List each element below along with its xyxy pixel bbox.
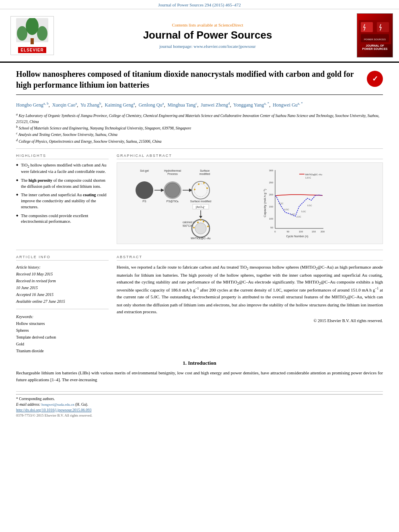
svg-point-27 <box>206 187 208 189</box>
author-hongbo: Hongbo Geng <box>16 102 43 108</box>
author-yu: Yu Zhang <box>80 102 99 108</box>
svg-text:150: 150 <box>269 205 274 208</box>
keywords-section: Keywords: Hollow structures Spheres Temp… <box>16 313 109 354</box>
svg-text:200: 200 <box>321 230 325 233</box>
svg-text:PS: PS <box>142 200 146 203</box>
elsevier-tree-svg <box>14 18 50 45</box>
highlight-1: TiO2 hollow spheres modified with carbon… <box>16 162 109 175</box>
author-hongwei: Hongwei Gu <box>273 102 298 108</box>
svg-text:Surface: Surface <box>200 169 210 172</box>
svg-text:Sol-gel: Sol-gel <box>140 169 149 173</box>
svg-text:MHTiO₂@C–Au: MHTiO₂@C–Au <box>305 173 322 176</box>
intro-text: Rechargeable lithium ion batteries (LIBs… <box>16 370 383 383</box>
svg-text:100: 100 <box>299 230 303 233</box>
svg-rect-10 <box>120 166 257 240</box>
introduction-section: 1. Introduction Rechargeable lithium ion… <box>16 360 383 383</box>
email-address[interactable]: hongwei@suda.edu.cn <box>41 403 74 407</box>
svg-text:300: 300 <box>269 169 274 172</box>
svg-text:0.5C: 0.5C <box>307 204 312 207</box>
received-date: Received 10 May 2015 <box>16 271 109 277</box>
paper-title: Hollow nanospheres composed of titanium … <box>16 69 367 90</box>
kw-spheres: Spheres <box>16 327 109 334</box>
doi-link[interactable]: http://dx.doi.org/10.1016/j.jpowsour.201… <box>16 408 383 412</box>
highlights-col: HIGHLIGHTS TiO2 hollow spheres modified … <box>16 154 109 244</box>
process-diagram: Sol-gel Hydrothermal Process PS PS@TiO₂ … <box>120 166 257 240</box>
svg-text:100: 100 <box>269 218 274 220</box>
graphical-abstract-container: Sol-gel Hydrothermal Process PS PS@TiO₂ … <box>117 162 383 244</box>
crossmark-badge[interactable]: ✓ <box>367 71 383 87</box>
rate-chart: Capacity (mA h g⁻¹) 300 250 200 150 100 … <box>261 166 325 240</box>
article-history: Article history: Received 10 May 2015 Re… <box>16 264 109 305</box>
journal-header: ELSEVIER Contents lists available at Sci… <box>0 9 399 63</box>
svg-point-1 <box>17 26 27 41</box>
abstract-paragraph: Herein, we reported a facile route to fa… <box>117 264 383 315</box>
copyright: © 2015 Elsevier B.V. All rights reserved… <box>117 318 383 324</box>
svg-rect-44 <box>261 166 325 240</box>
svg-point-3 <box>26 18 39 35</box>
svg-point-2 <box>37 26 47 41</box>
kw-gold: Gold <box>16 341 109 347</box>
svg-text:5.0C: 5.0C <box>301 210 306 213</box>
elsevier-box: ELSEVIER <box>10 16 54 55</box>
highlight-4: The composites could provide excellent e… <box>16 213 109 225</box>
highlights-label: HIGHLIGHTS <box>16 154 109 159</box>
paper-title-section: Hollow nanospheres composed of titanium … <box>16 69 383 95</box>
svg-text:Hydrothermal: Hydrothermal <box>164 169 181 173</box>
svg-text:200: 200 <box>269 193 274 196</box>
elsevier-wordmark: ELSEVIER <box>18 47 46 53</box>
svg-point-16 <box>136 181 153 199</box>
history-label: Article history: <box>16 264 109 271</box>
svg-point-25 <box>198 183 200 185</box>
author-yonggang: Yonggang Yang <box>233 102 264 108</box>
svg-text:modified: modified <box>200 173 210 175</box>
kw-hollow: Hollow structures <box>16 320 109 327</box>
svg-point-42 <box>200 219 202 221</box>
journal-homepage: journal homepage: www.elsevier.com/locat… <box>66 44 349 49</box>
elsevier-logo-section: ELSEVIER <box>6 16 58 55</box>
graphical-abstract-col: GRAPHICAL ABSTRACT Sol-gel Hydrothermal … <box>117 154 383 244</box>
author-genlong: Genlong Qu <box>138 102 162 108</box>
info-divider <box>16 309 109 309</box>
top-bar: Journal of Power Sources 294 (2015) 465–… <box>0 0 399 9</box>
highlights-list: TiO2 hollow spheres modified with carbon… <box>16 162 109 225</box>
kw-template: Template derived carbon <box>16 334 109 341</box>
homepage-url[interactable]: www.elsevier.com/locate/jpowsour <box>193 44 255 49</box>
journal-cover-image: POWER SOURCES <box>359 20 391 44</box>
svg-text:0.5C: 0.5C <box>284 208 289 211</box>
keywords-label: Keywords: <box>16 313 109 320</box>
affil-b: b School of Materials Science and Engine… <box>16 125 383 131</box>
author-kaiming: Kaiming Geng <box>105 102 133 108</box>
highlight-3: The inner carbon and superficial Au coat… <box>16 192 109 210</box>
svg-text:Surface modified: Surface modified <box>190 200 212 203</box>
footer-section: * Corresponding authors. E-mail address:… <box>16 391 383 417</box>
svg-point-28 <box>194 189 195 190</box>
svg-rect-7 <box>377 22 389 32</box>
svg-point-41 <box>193 227 195 228</box>
footer-divider <box>16 394 383 395</box>
received-revised-label: Received in revised form <box>16 277 109 284</box>
svg-rect-6 <box>361 22 373 32</box>
svg-text:PS@TiO₂: PS@TiO₂ <box>167 200 179 203</box>
affil-a: a Key Laboratory of Organic Synthesis of… <box>16 112 383 125</box>
svg-text:Cycle Number (n): Cycle Number (n) <box>286 235 309 238</box>
abstract-label: ABSTRACT <box>117 255 383 261</box>
svg-rect-4 <box>31 38 34 44</box>
journal-citation: Journal of Power Sources 294 (2015) 465–… <box>158 2 241 7</box>
journal-title: Journal of Power Sources <box>66 29 349 41</box>
svg-text:2.0C: 2.0C <box>296 216 301 218</box>
author-xueqin: Xueqin Cao <box>52 102 76 108</box>
highlight-2: The high porosity of the composite could… <box>16 178 109 189</box>
svg-point-19 <box>165 183 180 197</box>
journal-cover-box: POWER SOURCES JOURNAL OFPOWER SOURCES <box>357 13 393 58</box>
svg-text:1.0 C: 1.0 C <box>305 177 311 179</box>
svg-point-40 <box>207 226 209 227</box>
svg-point-37 <box>195 223 206 234</box>
email-line: E-mail address: hongwei@suda.edu.cn (H. … <box>16 403 383 407</box>
sciencedirect-name[interactable]: ScienceDirect <box>218 23 243 27</box>
journal-cover: POWER SOURCES JOURNAL OFPOWER SOURCES <box>357 13 393 58</box>
affiliations: a Key Laboratory of Organic Synthesis of… <box>16 112 383 149</box>
article-info-section: ARTICLE INFO Article history: Received 1… <box>16 250 383 354</box>
affil-c: c Analysis and Testing Center, Soochow U… <box>16 131 383 138</box>
article-info-label: ARTICLE INFO <box>16 255 109 261</box>
svg-text:POWER SOURCES: POWER SOURCES <box>364 38 386 41</box>
